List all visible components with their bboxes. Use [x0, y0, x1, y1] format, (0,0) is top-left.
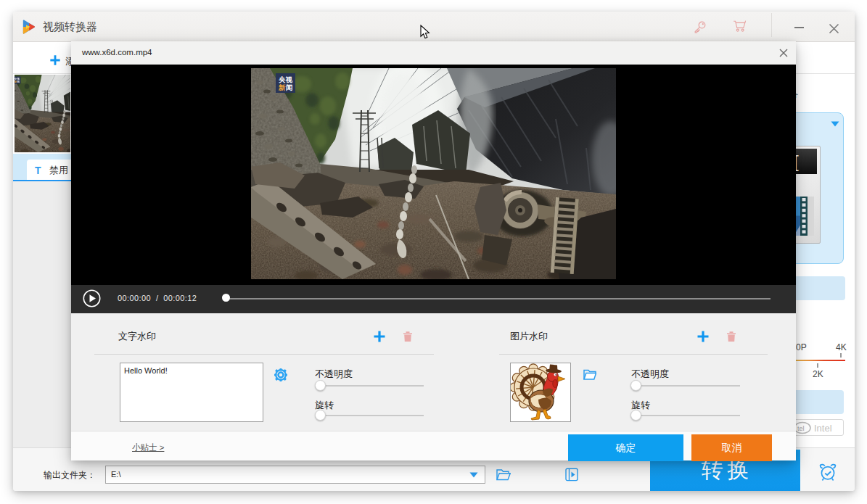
svg-text:tel: tel	[797, 425, 805, 432]
